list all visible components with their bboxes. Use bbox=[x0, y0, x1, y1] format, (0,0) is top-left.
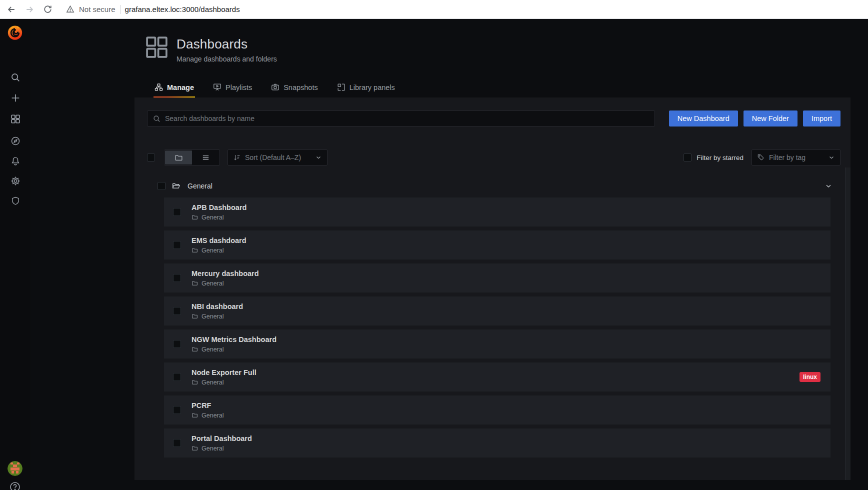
dashboard-folder-label: General bbox=[202, 247, 224, 254]
folder-icon bbox=[192, 346, 198, 352]
configuration-gear-icon[interactable] bbox=[0, 172, 30, 190]
dashboard-folder-label: General bbox=[202, 412, 224, 419]
dashboard-row[interactable]: EMS dashdoard General bbox=[164, 230, 830, 260]
warning-icon bbox=[66, 5, 74, 14]
reload-icon[interactable] bbox=[41, 3, 54, 16]
dashboard-folder-label: General bbox=[202, 313, 224, 320]
dashboard-row[interactable]: Portal Dashboard General bbox=[164, 428, 830, 458]
create-plus-icon[interactable] bbox=[0, 89, 30, 107]
server-admin-shield-icon[interactable] bbox=[0, 192, 30, 210]
dashboard-meta: General bbox=[192, 313, 820, 320]
main-area: Dashboards Manage dashboards and folders… bbox=[30, 19, 868, 490]
sort-label: Sort (Default A–Z) bbox=[245, 154, 311, 162]
row-checkbox[interactable] bbox=[173, 406, 181, 414]
folder-header-general[interactable]: General bbox=[147, 177, 840, 195]
row-checkbox[interactable] bbox=[173, 274, 181, 282]
folder-view-button[interactable] bbox=[165, 150, 192, 164]
dashboard-title[interactable]: EMS dashdoard bbox=[192, 236, 820, 244]
address-bar[interactable]: Not secure grafana.eltex.loc:3000/dashbo… bbox=[66, 5, 240, 14]
dashboard-meta: General bbox=[192, 346, 820, 353]
dashboard-row[interactable]: NBI dashboard General bbox=[164, 296, 830, 326]
library-panel-icon bbox=[337, 83, 346, 92]
tab-playlists[interactable]: Playlists bbox=[212, 78, 253, 98]
dashboards-page-icon bbox=[145, 36, 168, 59]
dashboard-list: APB Dashboard General EMS dashdoard bbox=[164, 198, 830, 458]
help-icon[interactable] bbox=[9, 481, 21, 490]
dashboard-row[interactable]: APB Dashboard General bbox=[164, 198, 830, 226]
new-dashboard-button[interactable]: New Dashboard bbox=[669, 110, 738, 126]
row-checkbox[interactable] bbox=[173, 241, 181, 249]
sitemap-icon bbox=[154, 83, 163, 92]
back-icon[interactable] bbox=[5, 3, 18, 16]
row-checkbox[interactable] bbox=[173, 373, 181, 381]
chevron-down-icon bbox=[828, 154, 835, 161]
browser-chrome: Not secure grafana.eltex.loc:3000/dashbo… bbox=[0, 0, 868, 19]
presentation-icon bbox=[213, 83, 222, 92]
url-text: grafana.eltex.loc:3000/dashboards bbox=[125, 5, 240, 14]
tab-library-panels[interactable]: Library panels bbox=[336, 78, 396, 98]
search-box[interactable] bbox=[147, 110, 655, 126]
dashboard-title[interactable]: PCRF bbox=[192, 402, 820, 410]
folder-checkbox[interactable] bbox=[158, 182, 166, 190]
dashboard-row[interactable]: Mercury dashboard General bbox=[164, 264, 830, 292]
toolbar-row: New Dashboard New Folder Import bbox=[147, 110, 840, 126]
dashboard-row[interactable]: NGW Metrics Dashboard General bbox=[164, 330, 830, 358]
folder-icon bbox=[192, 313, 198, 320]
dashboard-meta: General bbox=[192, 445, 820, 452]
dashboard-title[interactable]: Mercury dashboard bbox=[192, 270, 820, 278]
dashboard-meta: General bbox=[192, 280, 820, 287]
tab-label: Playlists bbox=[226, 84, 252, 92]
dashboard-title[interactable]: APB Dashboard bbox=[192, 204, 820, 212]
page-header: Dashboards Manage dashboards and folders bbox=[145, 36, 277, 63]
dashboards-grid-icon[interactable] bbox=[0, 110, 30, 128]
row-checkbox[interactable] bbox=[173, 307, 181, 315]
dashboard-folder-label: General bbox=[202, 280, 224, 287]
dashboard-tag[interactable]: linux bbox=[800, 372, 820, 382]
search-icon[interactable] bbox=[0, 68, 30, 86]
filter-by-starred[interactable]: Filter by starred bbox=[684, 154, 744, 162]
dashboard-folder-label: General bbox=[202, 214, 224, 221]
starred-label: Filter by starred bbox=[696, 154, 744, 162]
page-title: Dashboards bbox=[176, 36, 277, 52]
view-toggle bbox=[164, 150, 220, 166]
select-all-checkbox[interactable] bbox=[147, 154, 155, 162]
chevron-down-icon[interactable] bbox=[824, 182, 832, 190]
tab-label: Snapshots bbox=[284, 84, 318, 92]
user-avatar[interactable] bbox=[8, 461, 22, 476]
grafana-app: Dashboards Manage dashboards and folders… bbox=[0, 19, 868, 490]
dashboard-folder-label: General bbox=[202, 445, 224, 452]
grafana-logo[interactable] bbox=[6, 24, 24, 41]
tab-manage[interactable]: Manage bbox=[154, 78, 195, 98]
folder-name[interactable]: General bbox=[188, 182, 818, 190]
starred-checkbox[interactable] bbox=[684, 154, 692, 162]
new-folder-button[interactable]: New Folder bbox=[744, 110, 798, 126]
row-checkbox[interactable] bbox=[173, 439, 181, 447]
list-scrollbar[interactable] bbox=[845, 168, 850, 480]
row-checkbox[interactable] bbox=[173, 208, 181, 216]
forward-icon[interactable] bbox=[23, 3, 36, 16]
dashboard-title[interactable]: NBI dashboard bbox=[192, 302, 820, 310]
dashboard-title[interactable]: Portal Dashboard bbox=[192, 434, 820, 442]
row-checkbox[interactable] bbox=[173, 340, 181, 348]
dashboard-title[interactable]: NGW Metrics Dashboard bbox=[192, 336, 820, 344]
import-button[interactable]: Import bbox=[803, 110, 840, 126]
explore-compass-icon[interactable] bbox=[0, 132, 30, 150]
dashboard-meta: General bbox=[192, 247, 820, 254]
tab-label: Manage bbox=[167, 84, 194, 92]
camera-icon bbox=[271, 83, 280, 92]
tab-snapshots[interactable]: Snapshots bbox=[270, 78, 319, 98]
folder-icon bbox=[192, 379, 198, 386]
manage-panel: New Dashboard New Folder Import Sort (De… bbox=[134, 98, 850, 480]
alerting-bell-icon[interactable] bbox=[0, 152, 30, 170]
filter-row: Sort (Default A–Z) Filter by starred Fil… bbox=[147, 150, 840, 166]
filter-by-tag-dropdown[interactable]: Filter by tag bbox=[752, 150, 840, 166]
tag-placeholder: Filter by tag bbox=[769, 154, 824, 162]
dashboard-row[interactable]: Node Exporter Full General linux bbox=[164, 362, 830, 392]
list-view-button[interactable] bbox=[192, 150, 219, 164]
search-input[interactable] bbox=[165, 114, 650, 122]
sort-icon bbox=[233, 154, 241, 162]
dashboard-folder-label: General bbox=[202, 346, 224, 353]
dashboard-title[interactable]: Node Exporter Full bbox=[192, 368, 800, 376]
dashboard-row[interactable]: PCRF General bbox=[164, 396, 830, 424]
sort-dropdown[interactable]: Sort (Default A–Z) bbox=[228, 150, 328, 166]
